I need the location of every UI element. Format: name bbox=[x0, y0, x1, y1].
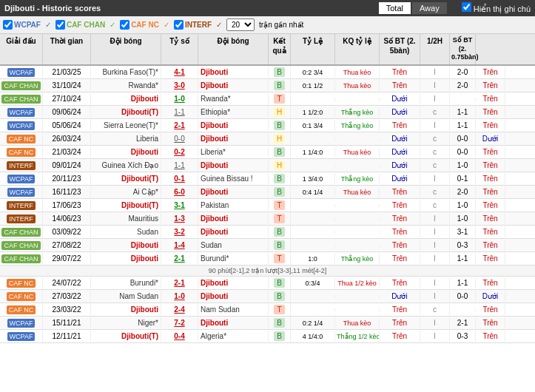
so-bt-25: Trên bbox=[380, 80, 420, 91]
team2-name[interactable]: Algeria* bbox=[198, 331, 269, 342]
league-badge[interactable]: CAF NC bbox=[0, 291, 43, 303]
team1-name[interactable]: Burkina Faso(T)* bbox=[91, 67, 161, 78]
league-badge[interactable]: WCPAF bbox=[0, 331, 43, 342]
half-score: 1-0 bbox=[450, 200, 476, 211]
tab-total[interactable]: Total bbox=[379, 2, 411, 14]
match-score[interactable]: 0-1 bbox=[161, 173, 198, 184]
team2-name[interactable]: Djibouti bbox=[198, 80, 269, 91]
match-score[interactable]: 1-4 bbox=[161, 240, 198, 251]
half-indicator: I bbox=[420, 80, 450, 91]
team2-name[interactable]: Djibouti bbox=[198, 291, 269, 302]
team1-name[interactable]: Djibouti bbox=[91, 240, 161, 251]
team2-name[interactable]: Djibouti bbox=[198, 186, 269, 197]
team2-name[interactable]: Djibouti bbox=[198, 213, 269, 224]
cafnc-checkbox[interactable] bbox=[120, 20, 129, 30]
team2-name[interactable]: Guinea Bissau ! bbox=[198, 173, 269, 184]
match-result: B bbox=[269, 290, 291, 303]
ty-le bbox=[291, 204, 335, 207]
team2-name[interactable]: Djibouti bbox=[198, 226, 269, 237]
match-score[interactable]: 1-0 bbox=[161, 93, 198, 104]
team1-name[interactable]: Nam Sudan bbox=[91, 291, 161, 302]
team1-name[interactable]: Djibouti(T) bbox=[91, 173, 161, 184]
team2-name[interactable]: Burundi* bbox=[198, 253, 269, 264]
league-badge[interactable]: INTERF bbox=[0, 213, 43, 225]
ty-le: 0:2 1/4 bbox=[291, 318, 335, 328]
match-score[interactable]: 2-1 bbox=[161, 120, 198, 131]
league-badge[interactable]: WCPAF bbox=[0, 120, 43, 132]
team2-name[interactable]: Nam Sudan bbox=[198, 304, 269, 315]
count-select[interactable]: 20 10 30 bbox=[226, 18, 255, 31]
wcpaf-checkbox[interactable] bbox=[3, 20, 13, 30]
col-ty-le: Tỷ Lệ bbox=[291, 34, 335, 64]
team1-name[interactable]: Djibouti(T) bbox=[91, 200, 161, 211]
match-score[interactable]: 0-4 bbox=[161, 331, 198, 342]
league-badge[interactable]: WCPAF bbox=[0, 107, 43, 118]
ty-le: 1 1/2:0 bbox=[291, 107, 335, 118]
league-badge[interactable]: CAF CHAN bbox=[0, 253, 43, 265]
team2-name[interactable]: Djibouti bbox=[198, 67, 269, 78]
team1-name[interactable]: Djibouti bbox=[91, 304, 161, 315]
match-score[interactable]: 1-1 bbox=[161, 107, 198, 118]
team2-name[interactable]: Ethiopia* bbox=[198, 107, 269, 118]
league-badge[interactable]: CAF NC bbox=[0, 304, 43, 316]
team2-name[interactable]: Sudan bbox=[198, 240, 269, 251]
league-badge[interactable]: WCPAF bbox=[0, 186, 43, 198]
match-score[interactable]: 3-2 bbox=[161, 226, 198, 237]
team1-name[interactable]: Djibouti bbox=[91, 146, 161, 158]
match-score[interactable]: 3-1 bbox=[161, 200, 198, 211]
match-score[interactable]: 0-0 bbox=[161, 133, 198, 144]
league-badge[interactable]: CAF CHAN bbox=[0, 226, 43, 238]
team1-name[interactable]: Burundi* bbox=[91, 277, 161, 288]
match-score[interactable]: 2-1 bbox=[161, 277, 198, 288]
team1-name[interactable]: Djibouti(T) bbox=[91, 331, 161, 342]
team2-name[interactable]: Djibouti bbox=[198, 317, 269, 328]
team2-name[interactable]: Djibouti bbox=[198, 133, 269, 144]
team1-name[interactable]: Djibouti bbox=[91, 253, 161, 264]
match-score[interactable]: 0-2 bbox=[161, 146, 198, 158]
league-badge[interactable]: CAF CHAN bbox=[0, 93, 43, 105]
league-badge[interactable]: CAF NC bbox=[0, 277, 43, 289]
league-badge[interactable]: WCPAF bbox=[0, 173, 43, 185]
match-score[interactable]: 2-4 bbox=[161, 304, 198, 315]
cafchan-checkbox[interactable] bbox=[55, 20, 65, 30]
team2-name[interactable]: Djibouti bbox=[198, 277, 269, 288]
league-badge[interactable]: CAF NC bbox=[0, 146, 43, 158]
team1-name[interactable]: Sudan bbox=[91, 226, 161, 237]
team1-name[interactable]: Sierra Leone(T)* bbox=[91, 120, 161, 131]
so-bt-075: Trên bbox=[476, 146, 505, 158]
match-score[interactable]: 7-2 bbox=[161, 317, 198, 328]
team2-name[interactable]: Djibouti bbox=[198, 120, 269, 131]
team2-name[interactable]: Pakistan bbox=[198, 200, 269, 211]
team1-name[interactable]: Ai Cập* bbox=[91, 186, 161, 197]
match-score[interactable]: 1-3 bbox=[161, 213, 198, 224]
team2-name[interactable]: Djibouti bbox=[198, 160, 269, 171]
match-score[interactable]: 6-0 bbox=[161, 186, 198, 197]
league-badge[interactable]: CAF CHAN bbox=[0, 80, 43, 92]
league-badge[interactable]: WCPAF bbox=[0, 67, 43, 78]
league-badge[interactable]: CAF NC bbox=[0, 133, 43, 145]
team1-name[interactable]: Rwanda* bbox=[91, 80, 161, 91]
team1-name[interactable]: Guinea Xích Đạo bbox=[91, 160, 161, 171]
team2-name[interactable]: Rwanda* bbox=[198, 93, 269, 104]
match-score[interactable]: 3-0 bbox=[161, 80, 198, 91]
team1-name[interactable]: Niger* bbox=[91, 317, 161, 328]
match-score[interactable]: 4-1 bbox=[161, 67, 198, 78]
so-bt-075: Trên bbox=[476, 213, 505, 224]
team1-name[interactable]: Liberia bbox=[91, 133, 161, 144]
league-badge[interactable]: CAF CHAN bbox=[0, 240, 43, 251]
interf-checkbox[interactable] bbox=[174, 20, 184, 30]
match-score[interactable]: 1-1 bbox=[161, 160, 198, 171]
so-bt-25: Dưới bbox=[380, 146, 420, 158]
team1-name[interactable]: Djibouti bbox=[91, 93, 161, 104]
hien-thi-checkbox[interactable] bbox=[462, 2, 471, 12]
team1-name[interactable]: Mauritius bbox=[91, 213, 161, 224]
team1-name[interactable]: Djibouti(T) bbox=[91, 107, 161, 118]
ty-le: 0:1 3/4 bbox=[291, 121, 335, 131]
match-score[interactable]: 2-1 bbox=[161, 253, 198, 264]
league-badge[interactable]: INTERF bbox=[0, 160, 43, 172]
team2-name[interactable]: Liberia* bbox=[198, 146, 269, 158]
league-badge[interactable]: WCPAF bbox=[0, 317, 43, 329]
league-badge[interactable]: INTERF bbox=[0, 200, 43, 212]
match-score[interactable]: 1-0 bbox=[161, 291, 198, 302]
tab-away[interactable]: Away bbox=[412, 2, 447, 14]
